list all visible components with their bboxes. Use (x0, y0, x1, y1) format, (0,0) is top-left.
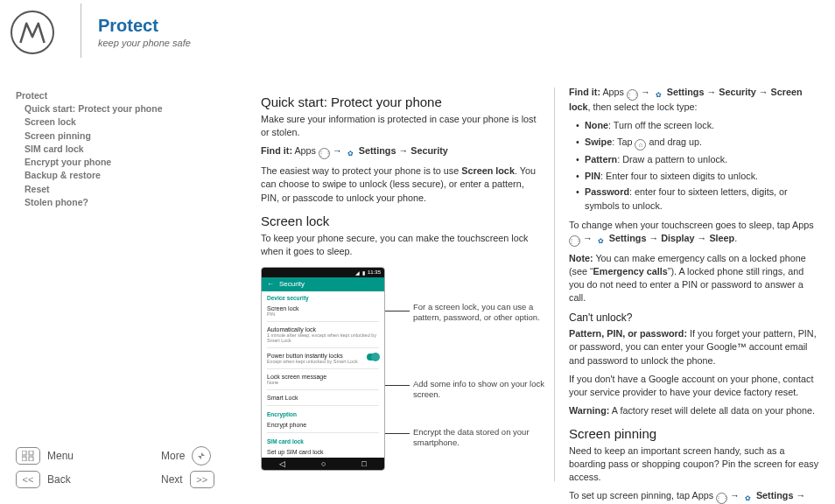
text: Display (661, 233, 694, 243)
find-it-line: Find it: Apps ⋮⋮ → ✿ Settings → Security… (569, 86, 821, 114)
list-item: Password: enter four to sixteen letters,… (576, 186, 821, 213)
text: To set up screen pinning, tap Apps (569, 490, 716, 500)
setting-row-encrypt[interactable]: Encrypt phone (262, 419, 384, 430)
nav-recent-icon[interactable]: □ (361, 459, 366, 468)
heading-screen-pinning: Screen pinning (569, 426, 821, 441)
divider (267, 321, 379, 322)
more-label[interactable]: More (161, 450, 185, 462)
text: To change when your touchscreen goes to … (569, 220, 814, 230)
content-column-2: Find it: Apps ⋮⋮ → ✿ Settings → Security… (569, 86, 821, 504)
body-text: Need to keep an important screen handy, … (569, 444, 821, 484)
row-title: Encrypt phone (267, 422, 379, 428)
body-text: To change when your touchscreen goes to … (569, 219, 821, 247)
body-text: To set up screen pinning, tap Apps ⋮⋮ → … (569, 489, 821, 504)
text: , then select the lock type: (588, 102, 698, 112)
setting-row-sim-lock[interactable]: Set up SIM card lock (262, 446, 384, 458)
more-icon[interactable] (192, 446, 211, 466)
nav-back-icon[interactable]: ◁ (279, 459, 285, 468)
setting-row-auto-lock[interactable]: Automatically lock 1 minute after sleep,… (262, 324, 384, 346)
phone-frame: ◢ ▮ 11:35 ← Security Device security Scr… (261, 267, 385, 471)
text: Pattern, PIN, or password: (569, 328, 687, 339)
text: Settings (667, 87, 705, 97)
row-title: Smart Lock (267, 395, 379, 401)
phone-statusbar: ◢ ▮ 11:35 (262, 268, 384, 277)
callout-text: For a screen lock, you can use a pattern… (413, 302, 544, 323)
svg-rect-2 (22, 457, 26, 461)
text: Password (585, 186, 629, 197)
row-subtitle: PIN (267, 312, 379, 317)
text: The easiest way to protect your phone is… (261, 165, 461, 176)
text: Apps (294, 145, 316, 156)
divider (267, 432, 379, 433)
apps-icon: ⋮⋮ (716, 493, 727, 504)
menu-icon[interactable] (16, 447, 40, 465)
phone-appbar: ← Security (262, 277, 384, 291)
setting-row-screen-lock[interactable]: Screen lock PIN (262, 303, 384, 319)
gear-icon: ✿ (653, 89, 664, 101)
body-text: If you don't have a Google account on yo… (569, 373, 821, 399)
nav-home-icon[interactable]: ○ (321, 459, 326, 468)
text: Pattern (585, 154, 617, 164)
text: : Enter four to sixteen digits to unlock… (600, 171, 758, 181)
toc-item[interactable]: Backup & restore (25, 169, 182, 182)
page-subtitle: keep your phone safe (98, 38, 191, 48)
gear-icon: ✿ (595, 235, 607, 247)
text: and drag up. (646, 136, 702, 147)
text: : Tap (612, 136, 635, 147)
toc-item[interactable]: Screen lock (25, 116, 182, 129)
column-divider (554, 88, 555, 481)
toc-item[interactable]: Reset (25, 183, 182, 196)
divider (267, 405, 379, 406)
setting-row-power-lock[interactable]: Power button instantly locks Except when… (262, 350, 384, 367)
note-text: Note: You can make emergency calls on a … (569, 252, 821, 304)
section-header: Encryption (262, 408, 384, 419)
toc-item[interactable]: SIM card lock (25, 143, 182, 156)
header-divider (81, 4, 81, 58)
apps-icon: ⋮⋮ (319, 148, 330, 159)
text: A factory reset will delete all data on … (609, 405, 815, 416)
next-label[interactable]: Next (161, 473, 183, 486)
table-of-contents: Protect Quick start: Protect your phone … (16, 89, 182, 209)
text: Settings (756, 490, 794, 500)
back-button[interactable]: << (16, 471, 40, 488)
text: Note: (569, 253, 593, 263)
body-text: The easiest way to protect your phone is… (261, 164, 539, 204)
callout-text: Encrypt the data stored on your smartpho… (413, 427, 544, 448)
link-emergency-calls[interactable]: Emergency calls (593, 266, 668, 276)
lock-icon: ⌂ (635, 139, 646, 150)
find-it-label: Find it: (569, 87, 600, 97)
toggle-switch[interactable] (367, 354, 379, 360)
list-item: Pattern: Draw a pattern to unlock. (576, 153, 821, 167)
menu-label[interactable]: Menu (47, 450, 126, 462)
text: Security (719, 87, 756, 97)
appbar-title: Security (279, 280, 305, 288)
next-button[interactable]: >> (190, 471, 214, 488)
setting-row-smart-lock[interactable]: Smart Lock (262, 392, 384, 403)
row-subtitle: 1 minute after sleep, except when kept u… (267, 332, 379, 343)
svg-rect-0 (22, 451, 26, 455)
toc-root[interactable]: Protect (16, 89, 182, 102)
text: None (585, 120, 608, 130)
text: Apps (602, 87, 624, 97)
callout-line (385, 433, 410, 434)
text: Settings (609, 233, 647, 243)
toc-item[interactable]: Encrypt your phone (25, 156, 182, 169)
body-text: To keep your phone secure, you can make … (261, 232, 539, 258)
battery-icon: ▮ (362, 270, 365, 276)
toc-item[interactable]: Screen pinning (25, 130, 182, 143)
callout-line (385, 311, 410, 312)
header: Protect keep your phone safe (11, 10, 191, 54)
toc-item[interactable]: Quick start: Protect your phone (25, 102, 182, 116)
divider (267, 368, 379, 369)
toc-item[interactable]: Stolen phone? (25, 196, 182, 209)
row-subtitle: None (267, 380, 379, 385)
setting-row-lock-message[interactable]: Lock screen message None (262, 371, 384, 388)
divider (267, 389, 379, 390)
back-arrow-icon[interactable]: ← (267, 280, 274, 288)
heading-cant-unlock: Can't unlock? (569, 312, 821, 324)
back-label[interactable]: Back (47, 473, 126, 486)
section-header: SIM card lock (262, 435, 384, 446)
warning-text: Warning: A factory reset will delete all… (569, 404, 821, 417)
text: Sleep (709, 233, 734, 243)
find-it-label: Find it: (261, 145, 292, 156)
